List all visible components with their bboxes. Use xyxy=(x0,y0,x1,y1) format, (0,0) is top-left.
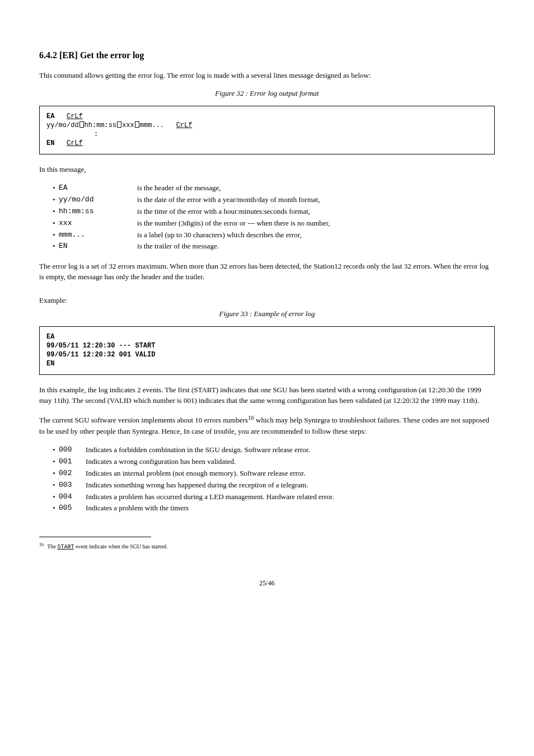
codes-intro: The current SGU software version impleme… xyxy=(39,414,495,436)
section-heading: 6.4.2 [ER] Get the error log xyxy=(39,50,495,60)
figure-caption-33: Figure 33 : Example of error log xyxy=(39,309,495,318)
example-label: Example: xyxy=(39,296,495,305)
error-code-list: • 000Indicates a forbidden combination i… xyxy=(53,444,495,514)
space-icon xyxy=(79,121,84,128)
error-code-item: • 000Indicates a forbidden combination i… xyxy=(53,444,495,456)
example-line: EN xyxy=(46,359,488,368)
legend-list: • EAis the header of the message, • yy/m… xyxy=(53,182,495,252)
example-line: 99/05/11 12:20:32 001 VALID xyxy=(46,350,488,359)
legend-item: • xxxis the number (3digits) of the erro… xyxy=(53,218,495,229)
format-trailer-en: EN xyxy=(46,139,54,147)
format-date: yy/mo/dd xyxy=(46,121,79,129)
crlf-marker: CrLf xyxy=(67,112,83,120)
legend-item: • ENis the trailer of the message. xyxy=(53,241,495,252)
format-msg: mmm... xyxy=(140,121,164,129)
error-code-item: • 002Indicates an internal problem (not … xyxy=(53,468,495,480)
error-code-item: • 001Indicates a wrong configuration has… xyxy=(53,456,495,468)
note-paragraph: The error log is a set of 32 errors maxi… xyxy=(39,261,495,283)
error-code-item: • 004Indicates a problem has occurred du… xyxy=(53,491,495,503)
legend-intro: In this message, xyxy=(39,165,495,175)
format-ellipsis: : xyxy=(46,130,488,139)
space-icon xyxy=(135,121,139,128)
space-icon xyxy=(117,121,121,128)
legend-item: • EAis the header of the message, xyxy=(53,182,495,194)
crlf-marker: CrLf xyxy=(67,139,83,147)
legend-item: • hh:mm:ssis the time of the error with … xyxy=(53,206,495,218)
legend-item: • yy/mo/ddis the date of the error with … xyxy=(53,194,495,206)
example-line: 99/05/11 12:20:30 --- START xyxy=(46,341,488,350)
example-line: EA xyxy=(46,332,488,341)
footnote-separator xyxy=(39,537,151,537)
format-header-ea: EA xyxy=(46,112,54,120)
error-code-item: • 005Indicates a problem with the timers xyxy=(53,503,495,514)
error-code-item: • 003Indicates something wrong has happe… xyxy=(53,480,495,491)
format-num: xxx xyxy=(122,121,134,129)
example-box: EA 99/05/11 12:20:30 --- START 99/05/11 … xyxy=(39,326,495,375)
format-box: EA CrLf yy/mo/ddhh:mm:ssxxxmmm... CrLf :… xyxy=(39,106,495,154)
example-explain: In this example, the log indicates 2 eve… xyxy=(39,385,495,406)
format-time: hh:mm:ss xyxy=(85,121,117,129)
figure-caption-32: Figure 32 : Error log output format xyxy=(39,89,495,98)
crlf-marker: CrLf xyxy=(176,121,193,129)
footnote-ref: 16 xyxy=(248,414,254,421)
legend-item: • mmm...is a label (up to 30 characters)… xyxy=(53,229,495,241)
page-number: 25/46 xyxy=(39,579,495,588)
footnote-text: 16 The START event indicate when the SGU… xyxy=(39,542,495,551)
intro-paragraph: This command allows getting the error lo… xyxy=(39,71,495,81)
